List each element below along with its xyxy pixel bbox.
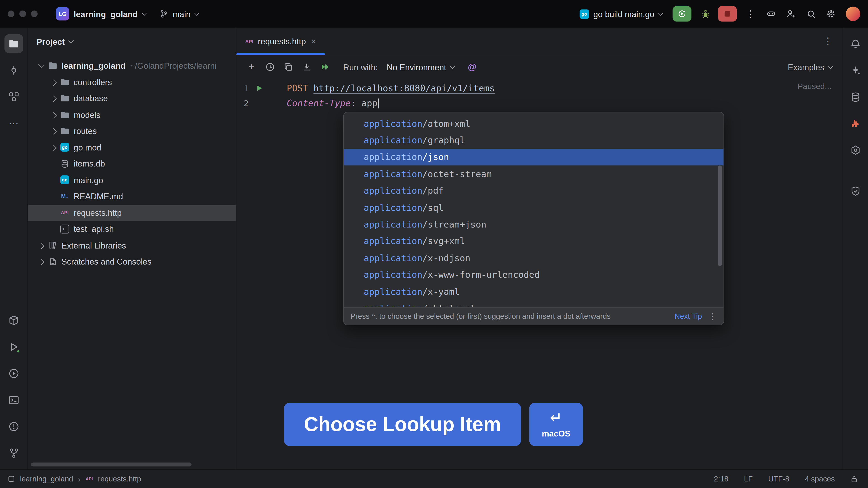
chevron-right-icon[interactable]: [48, 129, 59, 133]
examples-dropdown[interactable]: Examples: [788, 62, 833, 72]
rerun-button[interactable]: [673, 6, 691, 22]
problems-tool-button[interactable]: [4, 417, 23, 436]
run-more-actions-button[interactable]: ⋮: [741, 8, 760, 20]
tree-item-go-mod[interactable]: go go.mod: [28, 139, 236, 156]
project-selector[interactable]: LG learning_goland: [51, 4, 151, 23]
window-controls[interactable]: [8, 11, 37, 17]
tree-item-models[interactable]: models: [28, 106, 236, 123]
run-tool-button[interactable]: [4, 337, 23, 356]
editor-area: API requests.http × ⋮ +: [237, 28, 843, 469]
completion-item[interactable]: application/svg+xml: [344, 233, 723, 250]
mention-icon[interactable]: @: [468, 62, 476, 72]
chevron-right-icon[interactable]: [48, 112, 59, 117]
chevron-right-icon[interactable]: [48, 145, 59, 149]
services-tool-button[interactable]: [4, 364, 23, 383]
tree-item-main-go[interactable]: go main.go: [28, 172, 236, 188]
run-configuration-selector[interactable]: go go build main.go: [580, 9, 663, 19]
services-hexagon-tool-button[interactable]: [846, 140, 865, 159]
window-minimize-button[interactable]: [20, 11, 26, 17]
tree-item-scratches[interactable]: Scratches and Consoles: [28, 254, 236, 270]
completion-item[interactable]: application/x-www-form-urlencoded: [344, 266, 723, 283]
chevron-right-icon[interactable]: [48, 96, 59, 100]
commit-tool-button[interactable]: [4, 61, 23, 79]
branch-selector[interactable]: main: [154, 6, 204, 21]
project-name: learning_goland: [74, 9, 138, 19]
add-request-button[interactable]: +: [244, 59, 259, 74]
notifications-tool-button[interactable]: [846, 34, 865, 53]
code-line-2: 2 Content-Type:app: [237, 96, 843, 111]
completion-item[interactable]: application/stream+json: [344, 216, 723, 233]
close-icon[interactable]: ×: [311, 37, 316, 46]
tab-label: requests.http: [258, 37, 306, 46]
line-separator-widget[interactable]: LF: [744, 475, 753, 483]
tree-item-routes[interactable]: routes: [28, 123, 236, 139]
stop-button[interactable]: [718, 6, 737, 22]
completion-item[interactable]: application/x-yaml: [344, 283, 723, 300]
run-request-gutter-button[interactable]: [249, 85, 270, 92]
tab-requests-http[interactable]: API requests.http ×: [237, 28, 325, 55]
caret-position-widget[interactable]: 2:18: [714, 475, 728, 483]
import-request-button[interactable]: [299, 59, 314, 74]
copilot-status-icon[interactable]: [763, 6, 779, 22]
copy-request-button[interactable]: [281, 59, 296, 74]
completion-item[interactable]: application/xhtml+xml: [344, 300, 723, 307]
hexagon-icon: [850, 144, 861, 155]
completion-item[interactable]: application/graphql: [344, 132, 723, 149]
settings-gear-icon[interactable]: [823, 6, 839, 22]
ai-assistant-tool-button[interactable]: [846, 61, 865, 79]
horizontal-scrollbar[interactable]: [31, 462, 191, 466]
completion-item[interactable]: application/octet-stream: [344, 166, 723, 182]
version-control-tool-button[interactable]: [4, 444, 23, 462]
tree-item-label: go.mod: [74, 142, 101, 152]
plugins-tool-button[interactable]: [846, 114, 865, 133]
environment-selector[interactable]: No Environment: [387, 62, 455, 72]
completion-item[interactable]: application/sql: [344, 199, 723, 216]
project-view-selector[interactable]: Project: [28, 32, 236, 51]
structure-tool-button[interactable]: [4, 88, 23, 106]
tree-item-requests-http[interactable]: API requests.http: [28, 204, 236, 221]
terminal-tool-button[interactable]: [4, 391, 23, 410]
completion-item[interactable]: application/pdf: [344, 182, 723, 199]
window-zoom-button[interactable]: [31, 11, 37, 17]
code-with-me-icon[interactable]: [783, 6, 799, 22]
tree-item-project-root[interactable]: learning_goland ~/GolandProjects/learni: [28, 58, 236, 74]
more-tool-windows-button[interactable]: ⋯: [4, 114, 23, 133]
project-tool-button[interactable]: [4, 34, 23, 53]
next-tip-link[interactable]: Next Tip: [675, 312, 702, 320]
chevron-down-icon[interactable]: [35, 64, 46, 68]
write-access-lock-icon[interactable]: [850, 475, 858, 483]
completion-item[interactable]: application/atom+xml: [344, 115, 723, 132]
play-icon: [255, 85, 263, 92]
request-url[interactable]: http://localhost:8080/api/v1/items: [313, 83, 495, 94]
database-tool-button[interactable]: [846, 88, 865, 106]
encoding-widget[interactable]: UTF-8: [768, 475, 789, 483]
tree-item-items-db[interactable]: items.db: [28, 156, 236, 172]
search-everywhere-icon[interactable]: [803, 6, 819, 22]
completion-item-selected[interactable]: application/json: [344, 149, 723, 165]
environment-value: No Environment: [387, 62, 446, 72]
tree-item-external-libraries[interactable]: External Libraries: [28, 237, 236, 253]
breadcrumb-file[interactable]: requests.http: [98, 475, 141, 483]
indent-widget[interactable]: 4 spaces: [805, 475, 835, 483]
markdown-file-icon: M↓: [60, 191, 70, 201]
window-close-button[interactable]: [8, 11, 14, 17]
tree-item-controllers[interactable]: controllers: [28, 74, 236, 90]
user-avatar[interactable]: [846, 6, 860, 21]
build-tool-button[interactable]: [4, 311, 23, 330]
chevron-right-icon[interactable]: [35, 243, 46, 247]
chevron-right-icon[interactable]: [35, 260, 46, 264]
debug-button[interactable]: [696, 6, 715, 22]
run-all-icon: [320, 62, 330, 72]
tree-item-test-api-sh[interactable]: >_ test_api.sh: [28, 221, 236, 237]
tree-item-database[interactable]: database: [28, 90, 236, 106]
request-history-button[interactable]: [262, 59, 277, 74]
tree-item-readme[interactable]: M↓ README.md: [28, 188, 236, 204]
completion-scrollbar[interactable]: [718, 165, 722, 266]
tab-options-button[interactable]: ⋮: [813, 35, 843, 47]
run-all-requests-button[interactable]: [317, 59, 332, 74]
breadcrumb-project[interactable]: learning_goland: [20, 475, 73, 483]
completion-item[interactable]: application/x-ndjson: [344, 250, 723, 266]
completion-options-button[interactable]: ⋮: [709, 311, 717, 321]
security-tool-button[interactable]: [846, 182, 865, 200]
chevron-right-icon[interactable]: [48, 80, 59, 84]
